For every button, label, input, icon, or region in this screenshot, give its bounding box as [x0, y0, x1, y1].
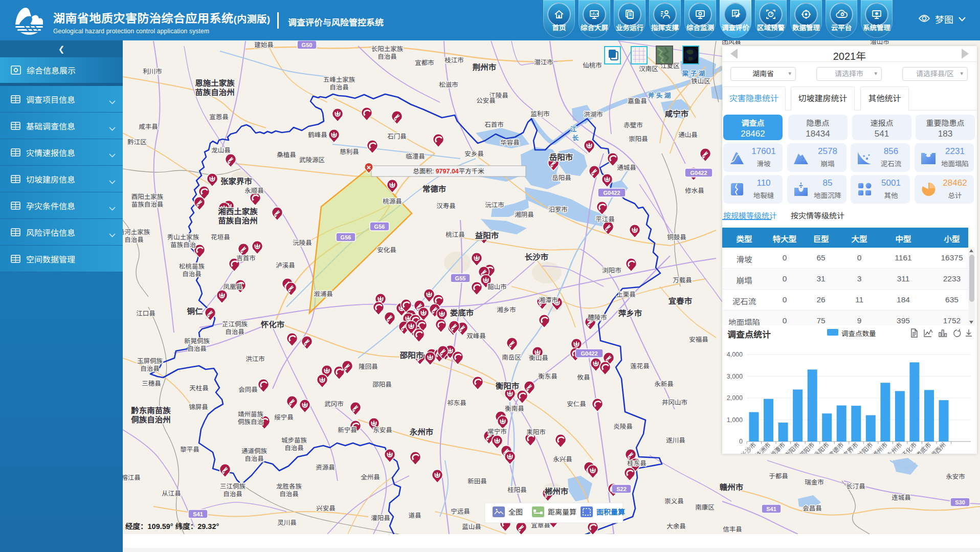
- svg-text:张家界市: 张家界市: [220, 177, 253, 186]
- svg-text:兴安县: 兴安县: [316, 505, 336, 512]
- svg-text:修水县: 修水县: [685, 187, 704, 194]
- svg-text:崇阳县: 崇阳县: [629, 136, 648, 143]
- svg-text:赤壁市: 赤壁市: [623, 122, 643, 129]
- svg-text:苗族自治: 苗族自治: [170, 241, 196, 249]
- svg-text:榕江县: 榕江县: [122, 474, 141, 481]
- svg-text:从江县: 从江县: [162, 490, 181, 497]
- svg-text:酉阳土家族: 酉阳土家族: [131, 193, 164, 201]
- svg-text:石首市: 石首市: [484, 121, 504, 128]
- svg-text:S22: S22: [616, 486, 627, 492]
- svg-text:凤凰县: 凤凰县: [223, 283, 242, 291]
- svg-text:石门县: 石门县: [387, 133, 407, 140]
- svg-text:潜山市: 潜山市: [870, 40, 889, 46]
- svg-text:常宁市: 常宁市: [487, 428, 507, 435]
- svg-text:公安县: 公安县: [476, 97, 496, 104]
- svg-text:宁远县: 宁远县: [451, 508, 470, 515]
- svg-text:宜都市: 宜都市: [415, 59, 434, 67]
- svg-text:邵阳市: 邵阳市: [399, 351, 424, 360]
- svg-text:苗族自治州: 苗族自治州: [218, 216, 258, 225]
- svg-text:怀化市: 怀化市: [900, 441, 918, 454]
- svg-text:永兴县: 永兴县: [553, 456, 572, 463]
- svg-text:永新县: 永新县: [654, 381, 674, 388]
- svg-text:新宁县: 新宁县: [338, 427, 357, 434]
- svg-text:湘潭市: 湘潭市: [769, 441, 787, 454]
- svg-text:芷江侗族: 芷江侗族: [222, 321, 248, 328]
- svg-text:玉屏侗族: 玉屏侗族: [137, 358, 163, 365]
- svg-text:自治县: 自治县: [187, 345, 207, 352]
- svg-text:江口县: 江口县: [136, 310, 155, 317]
- svg-text:南康区: 南康区: [695, 504, 715, 511]
- svg-text:安乡县: 安乡县: [464, 150, 484, 158]
- svg-text:益阳市: 益阳市: [856, 441, 874, 454]
- svg-text:松滋市: 松滋市: [439, 81, 458, 89]
- svg-text:临澧县: 临澧县: [406, 153, 425, 160]
- svg-text:斧 头 湖: 斧 头 湖: [648, 92, 671, 99]
- svg-text:五峰土家族: 五峰土家族: [323, 76, 355, 83]
- svg-text:荆州市: 荆州市: [473, 63, 497, 72]
- svg-text:龙山县: 龙山县: [211, 147, 231, 154]
- svg-text:黎平县: 黎平县: [180, 446, 199, 453]
- svg-text:S41: S41: [766, 506, 776, 512]
- svg-text:新晃侗族: 新晃侗族: [184, 338, 210, 345]
- svg-text:自治县: 自治县: [225, 328, 244, 336]
- svg-text:于都县: 于都县: [769, 473, 788, 480]
- svg-text:4,000: 4,000: [727, 351, 743, 358]
- svg-text:团风县: 团风县: [722, 40, 741, 46]
- svg-text:衡阳市: 衡阳市: [496, 382, 520, 390]
- svg-text:恩施土家族: 恩施土家族: [195, 79, 235, 87]
- svg-text:湘阴县: 湘阴县: [515, 211, 534, 218]
- svg-text:湘西土家族: 湘西土家族: [218, 207, 258, 216]
- svg-text:花垣县: 花垣县: [211, 234, 230, 241]
- svg-text:瑞金市: 瑞金市: [805, 479, 824, 486]
- svg-text:株洲市: 株洲市: [754, 441, 772, 454]
- svg-text:汉南区: 汉南区: [639, 65, 658, 73]
- svg-text:湘潭市: 湘潭市: [539, 297, 558, 304]
- svg-text:自治县: 自治县: [377, 53, 397, 60]
- svg-text:咸丰县: 咸丰县: [139, 123, 158, 130]
- svg-text:城步苗族: 城步苗族: [281, 437, 307, 444]
- svg-text:新田县: 新田县: [467, 478, 487, 485]
- svg-text:常德市: 常德市: [422, 185, 447, 193]
- svg-text:自治县: 自治县: [182, 271, 202, 278]
- svg-text:G0422: G0422: [581, 350, 597, 357]
- svg-text:沿河土家族: 沿河土家族: [122, 229, 150, 236]
- svg-text:南岳区: 南岳区: [502, 354, 521, 361]
- svg-text:遂川县: 遂川县: [666, 437, 685, 444]
- svg-text:信丰县: 信丰县: [723, 526, 742, 533]
- svg-text:面积量算: 面积量算: [596, 508, 625, 516]
- svg-text:G56: G56: [341, 234, 351, 240]
- svg-text:通道侗族: 通道侗族: [241, 448, 268, 455]
- svg-text:铜仁: 铜仁: [187, 307, 203, 316]
- svg-text:上栗县: 上栗县: [616, 291, 636, 298]
- svg-text:锦屏县: 锦屏县: [189, 404, 208, 411]
- svg-text:龙胜各族: 龙胜各族: [276, 483, 302, 490]
- svg-text:宜春市: 宜春市: [669, 297, 693, 305]
- svg-text:万载县: 万载县: [673, 277, 692, 284]
- svg-text:自治县: 自治县: [329, 84, 349, 91]
- svg-text:S30: S30: [955, 499, 965, 505]
- svg-text:武冈市: 武冈市: [324, 401, 344, 408]
- svg-text:岳阳市: 岳阳市: [549, 153, 573, 162]
- svg-text:松桃苗族: 松桃苗族: [179, 263, 205, 270]
- svg-text:慈利县: 慈利县: [340, 148, 359, 156]
- svg-text:自治县: 自治县: [140, 365, 160, 372]
- svg-text:益阳市: 益阳市: [475, 231, 499, 240]
- svg-text:桂东县: 桂东县: [627, 460, 647, 467]
- svg-text:侗族自治: 侗族自治: [238, 418, 263, 426]
- svg-text:3,000: 3,000: [727, 373, 743, 380]
- svg-text:嘉鱼县: 嘉鱼县: [628, 98, 647, 105]
- svg-text:利川市: 利川市: [143, 68, 162, 75]
- svg-text:莲花县: 莲花县: [630, 363, 650, 370]
- svg-text:总面积: 9797.04平方千米: 总面积: 9797.04平方千米: [413, 168, 484, 175]
- svg-text:S41: S41: [193, 511, 203, 517]
- svg-text:江: 江: [570, 126, 577, 133]
- svg-text:0: 0: [739, 438, 743, 445]
- svg-text:洪江市: 洪江市: [246, 356, 265, 363]
- svg-text:衡山县: 衡山县: [529, 355, 548, 362]
- svg-text:鹤峰县: 鹤峰县: [308, 131, 327, 139]
- svg-text:靖州苗族: 靖州苗族: [238, 411, 264, 418]
- svg-text:祁东县: 祁东县: [447, 400, 466, 407]
- svg-text:娄底市: 娄底市: [450, 308, 474, 317]
- svg-text:自治县: 自治县: [244, 455, 264, 462]
- svg-text:三穗县: 三穗县: [142, 380, 161, 387]
